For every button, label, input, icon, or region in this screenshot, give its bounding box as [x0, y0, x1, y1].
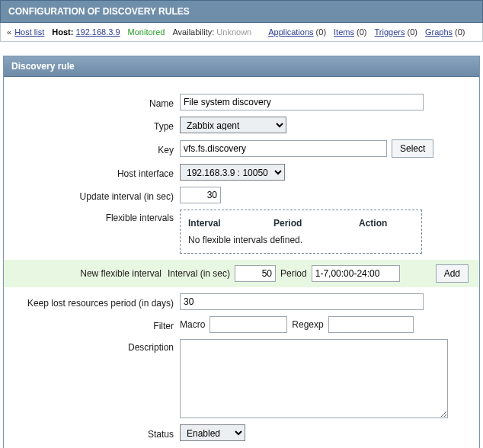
- flexible-intervals-box: Interval Period Action No flexible inter…: [180, 210, 422, 254]
- new-flex-interval-input[interactable]: [235, 265, 276, 282]
- flexible-intervals-label: Flexible intervals: [16, 210, 180, 223]
- flex-col-action: Action: [359, 218, 414, 229]
- host-interface-label: Host interface: [16, 165, 180, 179]
- flex-col-interval: Interval: [188, 218, 273, 229]
- status-label: Status: [16, 426, 180, 440]
- breadcrumb: « Host list Host: 192.168.3.9 Monitored …: [0, 23, 483, 42]
- applications-link[interactable]: Applications: [268, 27, 313, 37]
- graphs-count: (0): [455, 27, 465, 37]
- status-select[interactable]: Enabled: [180, 424, 245, 441]
- status-monitored: Monitored: [128, 27, 165, 37]
- name-input[interactable]: [180, 94, 424, 110]
- new-flex-period-input[interactable]: [312, 265, 400, 282]
- select-button[interactable]: Select: [392, 139, 433, 158]
- add-button[interactable]: Add: [436, 264, 469, 283]
- panel-title: Discovery rule: [4, 56, 479, 77]
- triggers-count: (0): [407, 27, 417, 37]
- flex-col-period: Period: [273, 218, 359, 229]
- filter-label: Filter: [16, 318, 180, 331]
- filter-regexp-label: Regexp: [292, 319, 323, 330]
- type-label: Type: [16, 118, 180, 132]
- type-select[interactable]: Zabbix agent: [180, 117, 286, 133]
- items-link[interactable]: Items: [334, 27, 354, 37]
- applications-count: (0): [316, 27, 326, 37]
- new-flexible-interval-row: New flexible interval Interval (in sec) …: [4, 260, 479, 287]
- new-flex-label: New flexible interval: [4, 268, 168, 279]
- availability-label: Availability:: [172, 27, 214, 37]
- discovery-rule-panel: Discovery rule Name Type Zabbix agent Ke…: [3, 56, 480, 448]
- key-input[interactable]: [180, 140, 387, 157]
- host-label: Host:: [52, 27, 73, 37]
- availability-value: Unknown: [216, 27, 251, 37]
- graphs-link[interactable]: Graphs: [425, 27, 453, 37]
- triggers-link[interactable]: Triggers: [374, 27, 405, 37]
- back-arrow-icon: «: [7, 27, 11, 37]
- items-count: (0): [357, 27, 366, 37]
- page-title: CONFIGURATION OF DISCOVERY RULES: [0, 0, 483, 23]
- description-label: Description: [16, 339, 180, 353]
- host-list-link[interactable]: Host list: [14, 27, 44, 37]
- filter-macro-input[interactable]: [210, 316, 287, 333]
- name-label: Name: [16, 95, 180, 109]
- host-ip-link[interactable]: 192.168.3.9: [75, 27, 120, 37]
- key-label: Key: [16, 142, 180, 155]
- filter-regexp-input[interactable]: [328, 316, 414, 333]
- flex-empty-message: No flexible intervals defined.: [187, 235, 415, 245]
- new-flex-period-label: Period: [280, 268, 307, 279]
- update-interval-input[interactable]: [180, 187, 221, 203]
- host-interface-select[interactable]: 192.168.3.9 : 10050: [180, 164, 285, 181]
- update-interval-label: Update interval (in sec): [16, 188, 180, 202]
- filter-macro-label: Macro: [180, 319, 205, 330]
- keep-lost-label: Keep lost resources period (in days): [16, 295, 180, 309]
- keep-lost-input[interactable]: [180, 293, 424, 310]
- description-textarea[interactable]: [180, 339, 448, 418]
- new-flex-interval-label: Interval (in sec): [168, 268, 230, 279]
